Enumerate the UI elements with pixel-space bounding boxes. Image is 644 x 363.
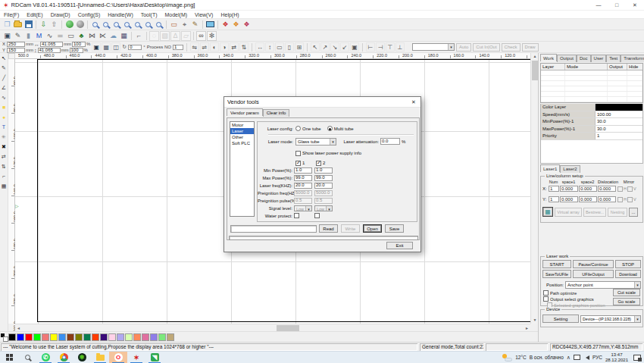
explorer-icon[interactable] [91, 352, 109, 363]
signal-level-dropdown-2[interactable]: Low ▾ [314, 205, 333, 211]
pen-tool-icon[interactable]: ✎ [13, 31, 23, 41]
array-mode-button[interactable]: ▦ [542, 207, 553, 217]
zoom-out-icon[interactable] [111, 20, 121, 30]
palette-color-8[interactable] [67, 333, 74, 341]
param-field-2[interactable]: 5000.0 [314, 190, 333, 196]
param-field-1[interactable]: 0.5 [294, 198, 312, 204]
center-icon[interactable]: ⊞ [295, 42, 304, 52]
y-position-field[interactable]: 150 [7, 48, 25, 53]
text-edit-icon[interactable]: M [34, 31, 44, 41]
menu-edite[interactable]: Edit(E) [23, 12, 46, 17]
property-row[interactable]: MinPower(%)-130.0 [541, 118, 642, 126]
curve-icon[interactable]: ∿ [45, 31, 55, 41]
zoom-table-icon[interactable] [143, 20, 153, 30]
weather-temp[interactable]: 12°C [515, 355, 527, 360]
mirror-v-checkbox[interactable] [627, 186, 633, 192]
flip-v-icon[interactable]: ⇌ [200, 42, 209, 52]
tab-doc[interactable]: Doc [577, 55, 591, 62]
menu-helph[interactable]: Help(H) [217, 12, 242, 17]
corner-icon[interactable]: ⌐ [134, 31, 144, 41]
menu-configs[interactable]: Config(S) [74, 12, 105, 17]
weld-left-icon[interactable]: ⋈ [87, 31, 97, 41]
palette-color-11[interactable] [92, 333, 99, 341]
save-button[interactable]: Save [385, 224, 404, 233]
rectangle-icon[interactable]: ▭ [66, 31, 76, 41]
palette-color-2[interactable] [17, 333, 24, 341]
zoom-all-icon[interactable] [154, 20, 164, 30]
palette-color-16[interactable] [133, 333, 141, 341]
mirror-h-tool-icon[interactable]: ⇄ [0, 152, 8, 161]
palette-color-3[interactable] [25, 333, 33, 341]
category-softplc[interactable]: Soft PLC [230, 140, 254, 146]
param-field-2[interactable]: 1.0 [314, 167, 333, 174]
virtual-array-button[interactable]: Virtual array [555, 208, 582, 217]
palette-color-1[interactable] [8, 333, 16, 341]
property-row[interactable]: MaxPower(%)-130.0 [541, 126, 642, 133]
auto-button[interactable]: Auto [456, 43, 471, 52]
tab-user[interactable]: User [591, 55, 607, 62]
palette-color-17[interactable] [142, 333, 149, 341]
palette-color-7[interactable] [58, 333, 66, 341]
bestrew-button[interactable]: Bestrew... [583, 208, 606, 217]
same-size-icon[interactable]: ▭ [275, 42, 284, 52]
offset-tool-icon[interactable]: ⌐ [0, 171, 8, 181]
param-field-1[interactable]: 5000.0 [294, 190, 312, 196]
property-row[interactable]: Color Layer [541, 104, 642, 111]
stop-button[interactable]: STOP [615, 260, 641, 268]
tab-laser2[interactable]: Laser2 [560, 165, 580, 173]
tab-test[interactable]: Test [606, 55, 621, 62]
start-button[interactable]: START [542, 260, 571, 268]
palette-color-13[interactable] [108, 333, 116, 341]
simulate-output-icon[interactable]: ❖ [220, 20, 230, 30]
align-top-icon[interactable]: ⊤ [386, 42, 395, 52]
same-width-icon[interactable]: ↔ [255, 42, 264, 52]
palette-color-6[interactable] [50, 333, 58, 341]
cloud-hatch-icon[interactable]: ☁ [108, 31, 118, 41]
position-tool-icon[interactable]: ⌖ [180, 20, 189, 30]
same-height-icon[interactable]: ↕ [265, 42, 274, 52]
y-scale-field[interactable]: 100 [70, 48, 83, 53]
param-field-2[interactable]: 0.5 [314, 198, 333, 204]
array-field[interactable]: 1 [549, 186, 559, 192]
tab-output[interactable]: Output [557, 55, 577, 62]
attenuation-field[interactable]: 0.0 [380, 138, 400, 145]
cut-scale-button[interactable]: Cut scale [613, 289, 640, 296]
node-edit-tool-icon[interactable]: ✎ [0, 63, 8, 73]
align-right-icon[interactable]: ⊣ [376, 42, 385, 52]
undo-icon[interactable] [64, 20, 74, 30]
layer-table-row[interactable] [541, 76, 642, 81]
array-field[interactable]: 0.000 [579, 186, 597, 192]
layer-table-row[interactable] [541, 92, 642, 97]
palette-color-14[interactable] [117, 333, 124, 341]
one-tube-radio[interactable] [295, 126, 301, 131]
layer-table-row[interactable] [541, 97, 642, 102]
notification-icon[interactable] [633, 355, 641, 361]
category-other[interactable]: Other [230, 134, 254, 140]
tab-laser1[interactable]: Laser1 [540, 164, 560, 172]
anchor-center-icon[interactable]: ▣ [350, 42, 359, 52]
rotate-270-icon[interactable]: ◑ [220, 42, 229, 52]
glasses-icon[interactable]: ∞ [196, 31, 206, 41]
mirror-h-icon[interactable]: ⇄ [230, 42, 239, 52]
array-field[interactable]: 0.000 [579, 196, 597, 202]
weather-text[interactable]: В осн. облачно [530, 355, 564, 360]
rect-tool-icon[interactable]: ■ [0, 102, 8, 112]
ufile-output-button[interactable]: UFileOutput [573, 270, 614, 278]
param-field-1[interactable]: 20.0 [294, 183, 312, 189]
dialog-tab-clearinfo[interactable]: Clear info [263, 109, 290, 117]
pause-continue-button[interactable]: Pause/Continue [573, 260, 614, 268]
output-select-checkbox[interactable] [543, 296, 549, 302]
segment-icon[interactable]: ═ [55, 31, 65, 41]
download-button[interactable]: Download [615, 270, 641, 278]
dialog-titlebar[interactable]: Vendor tools ✕ [224, 97, 420, 108]
device-dropdown[interactable]: Device---(IP:192.168.0.228) ▾ [580, 315, 641, 323]
anchor-bottom-right-icon[interactable]: ↘ [330, 42, 339, 52]
palette-color-4[interactable] [33, 333, 41, 341]
dialog-tab-vendorparam[interactable]: Vendor param [227, 108, 263, 116]
import-file-icon[interactable]: ⇩ [39, 20, 48, 30]
x-position-field[interactable]: 250 [7, 42, 25, 47]
anchor-top-left-icon[interactable]: ↖ [311, 42, 320, 52]
laser1-enable-checkbox[interactable] [295, 161, 301, 166]
water-protect-checkbox-1[interactable] [294, 213, 299, 218]
output-preview-icon[interactable]: ▣ [2, 31, 12, 41]
